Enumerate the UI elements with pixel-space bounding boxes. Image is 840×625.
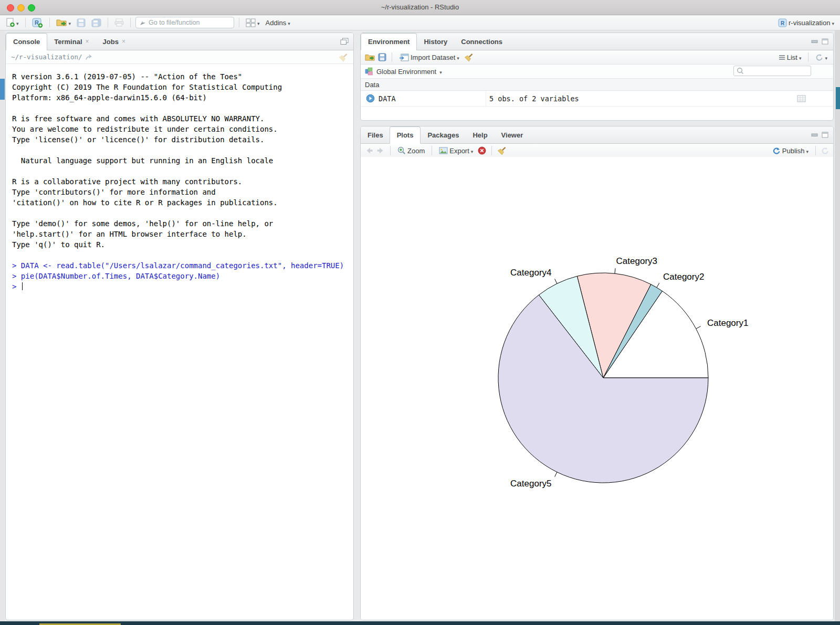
environment-view-mode-button[interactable]: List bbox=[777, 52, 803, 62]
tab-plots-label: Plots bbox=[397, 131, 414, 139]
zoom-magnifier-icon bbox=[397, 146, 406, 155]
list-label: List bbox=[787, 54, 797, 61]
console-line bbox=[12, 145, 353, 155]
clear-console-icon[interactable] bbox=[339, 52, 348, 62]
tab-help[interactable]: Help bbox=[466, 126, 494, 143]
environment-search-box[interactable] bbox=[733, 66, 811, 76]
console-line: Type 'demo()' for some demos, 'help()' f… bbox=[12, 218, 353, 229]
print-button[interactable] bbox=[113, 17, 125, 28]
open-file-caret-icon bbox=[69, 18, 71, 27]
toolbar-separator bbox=[108, 18, 108, 27]
goto-file-wrapper bbox=[135, 17, 234, 28]
remove-plot-icon[interactable] bbox=[478, 146, 486, 155]
console-line: 'help.start()' for an HTML browser inter… bbox=[12, 229, 353, 239]
refresh-plot-icon[interactable] bbox=[821, 147, 829, 155]
console-line bbox=[12, 166, 353, 176]
tab-files[interactable]: Files bbox=[361, 126, 390, 143]
tab-console[interactable]: Console bbox=[6, 33, 47, 50]
global-environment-caret-icon bbox=[439, 68, 442, 76]
pie-label-tick bbox=[615, 268, 615, 273]
tab-environment-label: Environment bbox=[368, 38, 410, 46]
zoom-plot-button[interactable]: Zoom bbox=[396, 145, 426, 156]
project-menu-button[interactable]: R r-visualization bbox=[776, 17, 836, 28]
popout-pane-icon[interactable] bbox=[340, 38, 349, 45]
data-section-label: Data bbox=[365, 81, 379, 89]
open-file-button[interactable] bbox=[55, 17, 73, 28]
save-workspace-icon[interactable] bbox=[378, 53, 386, 61]
goto-working-dir-icon[interactable] bbox=[85, 54, 92, 60]
load-workspace-icon[interactable] bbox=[365, 54, 375, 61]
save-all-button[interactable] bbox=[90, 17, 103, 28]
refresh-environment-button[interactable] bbox=[814, 52, 829, 62]
toolbar-separator bbox=[130, 18, 131, 27]
minimize-pane-icon[interactable] bbox=[811, 132, 818, 137]
console-line: R is free software and comes with ABSOLU… bbox=[12, 113, 353, 124]
addins-caret-icon bbox=[288, 18, 290, 27]
object-name: DATA bbox=[379, 94, 396, 103]
console-prompt: > bbox=[12, 281, 353, 292]
next-plot-icon[interactable] bbox=[376, 147, 385, 154]
toolbar-separator bbox=[49, 18, 50, 27]
zoom-label: Zoom bbox=[407, 147, 425, 155]
toolbar-separator bbox=[239, 18, 239, 27]
tab-connections[interactable]: Connections bbox=[454, 33, 509, 50]
minimize-pane-icon[interactable] bbox=[811, 39, 818, 44]
tab-jobs[interactable]: Jobs × bbox=[96, 33, 132, 50]
console-pane: Console Terminal × Jobs × ~/r-visualizat… bbox=[5, 33, 354, 620]
tab-plots[interactable]: Plots bbox=[390, 126, 421, 144]
console-line: R version 3.6.1 (2019-07-05) -- "Action … bbox=[12, 71, 353, 82]
save-button[interactable] bbox=[75, 17, 87, 28]
background-window-strip-right bbox=[835, 30, 840, 622]
console-line: Type 'contributors()' for more informati… bbox=[12, 187, 353, 197]
pie-label-tick bbox=[555, 279, 557, 283]
tab-history-label: History bbox=[424, 38, 447, 46]
clear-environment-icon[interactable] bbox=[464, 52, 474, 62]
console-line: > DATA <- read.table("/Users/lsalazar/co… bbox=[12, 260, 353, 271]
object-value: 5 obs. of 2 variables bbox=[486, 94, 579, 103]
addins-button[interactable]: Addins bbox=[264, 17, 292, 28]
tab-terminal[interactable]: Terminal × bbox=[47, 33, 96, 50]
refresh-icon bbox=[815, 54, 823, 61]
tab-packages[interactable]: Packages bbox=[421, 126, 466, 143]
new-file-button[interactable] bbox=[4, 17, 20, 28]
global-environment-label[interactable]: Global Environment bbox=[376, 68, 436, 76]
svg-text:R: R bbox=[781, 20, 785, 26]
console-working-dir-bar: ~/r-visualization/ bbox=[6, 50, 353, 64]
tab-jobs-close-icon[interactable]: × bbox=[122, 38, 125, 45]
expand-object-icon[interactable] bbox=[366, 94, 375, 103]
toolbar-separator bbox=[815, 146, 816, 155]
tab-history[interactable]: History bbox=[417, 33, 454, 50]
addins-label: Addins bbox=[266, 19, 287, 27]
clear-all-plots-icon[interactable] bbox=[497, 146, 507, 155]
search-icon bbox=[737, 67, 744, 75]
pane-layout-caret-icon bbox=[257, 18, 260, 27]
new-file-icon bbox=[6, 18, 15, 27]
working-dir-label: ~/r-visualization/ bbox=[11, 53, 82, 61]
new-project-button[interactable]: R bbox=[30, 16, 45, 29]
view-data-icon[interactable] bbox=[797, 95, 806, 102]
refresh-caret-icon bbox=[825, 54, 827, 61]
background-accent-left bbox=[0, 79, 5, 100]
environment-tabstrip: Environment History Connections bbox=[361, 33, 833, 50]
maximize-pane-icon[interactable] bbox=[822, 132, 828, 138]
import-dataset-button[interactable]: Import Dataset bbox=[397, 52, 461, 62]
console-line bbox=[12, 250, 353, 260]
previous-plot-icon[interactable] bbox=[365, 147, 373, 154]
goto-file-input[interactable] bbox=[135, 17, 234, 28]
save-all-icon bbox=[91, 18, 101, 27]
maximize-pane-icon[interactable] bbox=[822, 38, 828, 45]
plots-pane: Files Plots Packages Help Viewer Zoom Ex bbox=[360, 126, 834, 620]
tab-viewer[interactable]: Viewer bbox=[495, 126, 530, 143]
publish-plot-button[interactable]: Publish bbox=[770, 146, 810, 156]
tab-terminal-close-icon[interactable]: × bbox=[86, 38, 89, 45]
tab-environment[interactable]: Environment bbox=[361, 33, 417, 50]
pane-layout-button[interactable] bbox=[244, 17, 261, 28]
pane-grid-icon bbox=[246, 18, 256, 27]
toolbar-separator bbox=[491, 146, 492, 155]
publish-label: Publish bbox=[782, 147, 805, 155]
export-plot-button[interactable]: Export bbox=[437, 146, 475, 156]
console-output[interactable]: R version 3.6.1 (2019-07-05) -- "Action … bbox=[6, 64, 353, 292]
environment-object-row[interactable]: DATA 5 obs. of 2 variables bbox=[361, 91, 833, 107]
tab-terminal-label: Terminal bbox=[54, 38, 82, 46]
tab-console-label: Console bbox=[13, 38, 40, 46]
